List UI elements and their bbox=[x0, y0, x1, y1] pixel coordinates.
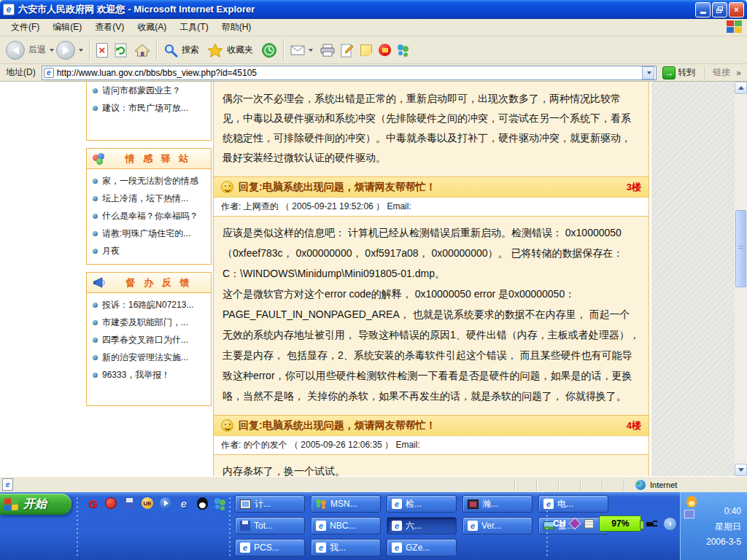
close-button[interactable]: × bbox=[729, 2, 744, 18]
title-bar[interactable]: e 六安市人民政府网 欢迎您 - Microsoft Internet Expl… bbox=[0, 0, 747, 19]
sidebar-box-emotion: 情 感 驿 站 家，一段无法割舍的情感 坛上冷清，坛下热情... 什么是幸福？你… bbox=[86, 148, 212, 265]
bullet-icon bbox=[93, 355, 98, 360]
language-indicator[interactable]: CH bbox=[553, 518, 565, 529]
media-player-icon[interactable] bbox=[159, 497, 172, 510]
start-button[interactable]: 开始 bbox=[0, 494, 71, 515]
sidebar-link[interactable]: 坛上冷清，坛下热情... bbox=[87, 190, 211, 207]
messenger-tray-icon[interactable] bbox=[684, 510, 694, 518]
forward-button[interactable] bbox=[56, 41, 83, 60]
scroll-down-button[interactable] bbox=[735, 464, 747, 476]
go-button[interactable]: → 转到 bbox=[659, 66, 698, 79]
task-button-computer[interactable]: 计... bbox=[235, 495, 305, 513]
sidebar-link[interactable]: 建议：市民广场可放... bbox=[87, 99, 211, 117]
sidebar-link[interactable]: 新的治安管理法实施... bbox=[87, 349, 211, 366]
menu-help[interactable]: 帮助(H) bbox=[215, 19, 258, 36]
task-button-msn[interactable]: MSN... bbox=[311, 495, 381, 513]
favorites-button[interactable]: 收藏夹 bbox=[207, 43, 253, 58]
taskbar: 开始 G UE e 计... MSN... e检... 瀚... e电... T… bbox=[0, 492, 747, 560]
taskbar-separator[interactable] bbox=[228, 495, 231, 557]
address-label: 地址(D) bbox=[3, 66, 39, 79]
sidebar-section-title: 情 感 驿 站 bbox=[125, 152, 192, 166]
task-button-active-luan[interactable]: e六... bbox=[387, 517, 457, 534]
task-button-ie[interactable]: eNBC... bbox=[311, 517, 381, 534]
scrollbar-thumb[interactable] bbox=[735, 210, 746, 287]
mail-icon bbox=[290, 45, 305, 55]
refresh-button[interactable] bbox=[115, 43, 128, 58]
restore-button[interactable] bbox=[712, 2, 727, 18]
back-button[interactable]: 后退 bbox=[6, 41, 54, 60]
ie-quicklaunch-icon[interactable]: e bbox=[177, 497, 190, 510]
standard-toolbar: 后退 × bbox=[0, 36, 747, 64]
sidebar-link[interactable]: 请教:明珠广场住宅的... bbox=[87, 225, 211, 242]
ie-icon: e bbox=[392, 521, 402, 531]
home-icon bbox=[134, 43, 150, 58]
messenger-quicklaunch-icon[interactable] bbox=[214, 497, 227, 510]
reply-header-3: 回复:电脑系统出现问题，烦请网友帮帮忙！ 3楼 bbox=[214, 177, 649, 198]
task-button-ie[interactable]: e我... bbox=[311, 539, 381, 556]
tray-collapse-chevron[interactable]: ‹ bbox=[663, 517, 677, 531]
sidebar-link[interactable]: 投诉：16路皖N07213... bbox=[87, 296, 211, 314]
links-label[interactable]: 链接 bbox=[713, 66, 730, 79]
keyboard-icon[interactable] bbox=[584, 519, 594, 529]
task-button-ie[interactable]: e检... bbox=[387, 495, 457, 513]
task-button-ie[interactable]: e电... bbox=[538, 495, 608, 513]
links-overflow-chevron[interactable]: » bbox=[733, 68, 744, 78]
address-input[interactable]: e http://www.luan.gov.cn/bbs/bbs_view.ph… bbox=[42, 66, 657, 80]
forward-dropdown-icon[interactable] bbox=[79, 49, 83, 52]
smiley-icon bbox=[221, 181, 233, 193]
reply-body-4: 内存条坏了，换一个试试。 bbox=[214, 455, 649, 476]
sidebar-link[interactable]: 月夜 bbox=[87, 242, 211, 260]
sidebar-link[interactable]: 四季春交叉路口为什... bbox=[87, 331, 211, 349]
flashget-icon[interactable]: G bbox=[86, 497, 99, 510]
ie-icon: e bbox=[316, 521, 326, 531]
menu-file[interactable]: 文件(F) bbox=[4, 19, 46, 36]
menu-tools[interactable]: 工具(T) bbox=[173, 19, 214, 36]
menu-favorites[interactable]: 收藏(A) bbox=[131, 19, 173, 36]
sidebar-link[interactable]: 家，一段无法割舍的情感 bbox=[87, 172, 211, 190]
task-button-ie[interactable]: eGZe... bbox=[387, 539, 457, 556]
edit-button[interactable] bbox=[341, 43, 354, 58]
clock-time[interactable]: 0:40 bbox=[706, 504, 741, 519]
sidebar-link[interactable]: 请问市都蒙园业主？ bbox=[87, 82, 211, 99]
task-button-ie[interactable]: eVer... bbox=[462, 517, 533, 534]
qq-tray-icon[interactable] bbox=[686, 496, 697, 508]
search-button[interactable]: 搜索 bbox=[163, 43, 199, 58]
mail-button[interactable] bbox=[290, 45, 313, 55]
ime-icon[interactable] bbox=[569, 518, 581, 530]
scroll-up-button[interactable] bbox=[735, 82, 747, 94]
internet-globe-icon bbox=[635, 480, 646, 490]
qq-penguin-icon[interactable] bbox=[196, 497, 209, 510]
reply-paragraph: 内存条坏了，换一个试试。 bbox=[222, 461, 640, 476]
sidebar-link[interactable]: 96333，我举报！ bbox=[87, 366, 211, 384]
power-plug-icon[interactable] bbox=[646, 518, 658, 529]
mail-dropdown-icon[interactable] bbox=[309, 49, 313, 52]
address-dropdown-button[interactable] bbox=[642, 66, 654, 79]
computer-icon bbox=[240, 499, 251, 509]
menu-view[interactable]: 查看(V) bbox=[88, 19, 131, 36]
floppy-save-icon[interactable] bbox=[123, 497, 136, 510]
home-button[interactable] bbox=[134, 43, 150, 58]
back-dropdown-icon[interactable] bbox=[50, 49, 54, 52]
taskbar-separator[interactable] bbox=[76, 495, 79, 557]
notes-button[interactable] bbox=[360, 44, 372, 56]
messenger-button[interactable] bbox=[398, 44, 410, 56]
minimize-button[interactable] bbox=[695, 2, 711, 18]
download-tool-button[interactable] bbox=[379, 44, 391, 56]
clock-date: 2006-3-5 bbox=[706, 534, 741, 550]
battery-indicator[interactable]: 97% bbox=[599, 516, 641, 532]
menu-edit[interactable]: 编辑(E) bbox=[46, 19, 88, 36]
sidebar-link[interactable]: 市建委及职能部门，... bbox=[87, 314, 211, 331]
edit-icon bbox=[341, 43, 354, 58]
task-button-total[interactable]: Tot... bbox=[235, 517, 305, 534]
stop-button[interactable]: × bbox=[96, 43, 108, 58]
task-button-monitor[interactable]: 瀚... bbox=[462, 495, 533, 513]
print-button[interactable] bbox=[320, 44, 336, 57]
red-app-icon[interactable] bbox=[104, 497, 117, 510]
taskbar-separator[interactable] bbox=[546, 495, 549, 557]
task-button-ie[interactable]: ePCS... bbox=[235, 539, 305, 556]
ultraedit-icon[interactable]: UE bbox=[141, 497, 154, 510]
history-button[interactable] bbox=[261, 42, 277, 58]
ie-app-icon: e bbox=[3, 4, 15, 15]
vertical-scrollbar[interactable] bbox=[735, 82, 747, 476]
sidebar-link[interactable]: 什么是幸福？你幸福吗？ bbox=[87, 207, 211, 225]
